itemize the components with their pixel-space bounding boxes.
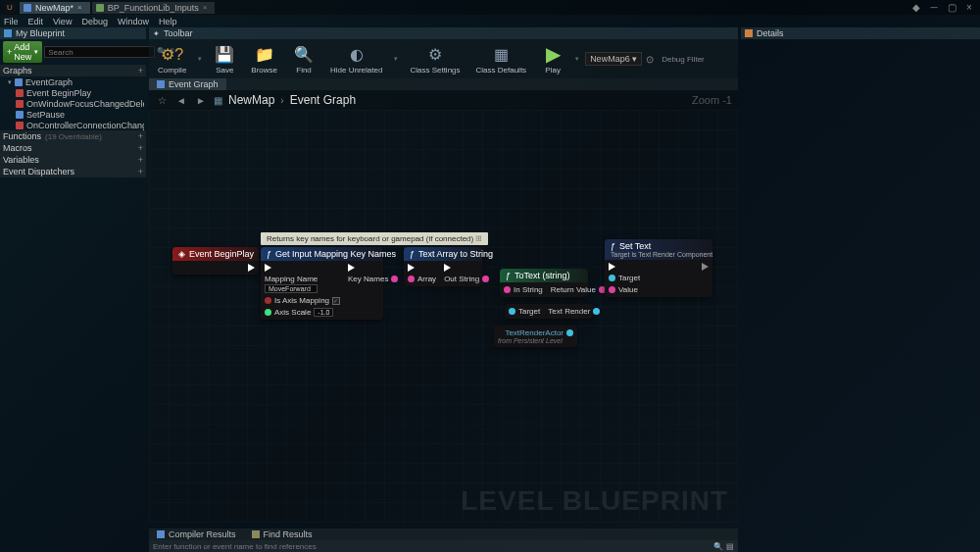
pin-text-render[interactable]: Text Render: [548, 307, 600, 316]
exec-out-pin[interactable]: [348, 264, 398, 272]
locate-icon[interactable]: ⊙: [646, 54, 654, 65]
node-totext[interactable]: ƒToText (string) In String Return Value: [500, 269, 588, 297]
tree-item-windowfocus[interactable]: OnWindowFocusChangedDelegate_Event: [2, 98, 144, 109]
hide-icon: ◐: [346, 43, 368, 65]
exec-out-pin[interactable]: [248, 264, 255, 272]
pin-value[interactable]: Value: [609, 285, 640, 294]
breadcrumb: ☆ ◄ ► ▦ NewMap › Event Graph Zoom -1: [149, 90, 738, 110]
exec-in-pin[interactable]: [609, 263, 640, 271]
exec-out-pin[interactable]: [702, 263, 709, 271]
forward-icon[interactable]: ►: [194, 93, 208, 107]
class-defaults-button[interactable]: ▦Class Defaults: [470, 39, 533, 78]
chevron-down-icon[interactable]: ▾: [392, 39, 400, 78]
save-button[interactable]: 💾Save: [208, 39, 241, 78]
find-search-input[interactable]: [153, 542, 713, 551]
add-new-label: Add New: [14, 42, 31, 62]
tree-item-beginplay[interactable]: Event BeginPlay: [2, 87, 144, 98]
tree-item-setpause[interactable]: SetPause: [2, 109, 144, 120]
exec-in-pin[interactable]: [265, 264, 340, 272]
close-icon[interactable]: ×: [203, 3, 208, 12]
add-new-button[interactable]: Add New ▾: [3, 41, 42, 63]
blueprint-search-input[interactable]: [44, 46, 155, 58]
node-textrenderactor[interactable]: TextRenderActor from Persistent Level: [494, 326, 577, 347]
pin-target[interactable]: Target: [609, 274, 640, 282]
pin-label: Target: [618, 274, 640, 282]
class-settings-button[interactable]: ⚙Class Settings: [404, 39, 466, 78]
chevron-down-icon[interactable]: ▾: [196, 39, 204, 78]
node-set-text[interactable]: ƒSet Text Target is Text Render Componen…: [605, 239, 712, 297]
menu-help[interactable]: Help: [159, 17, 177, 26]
crumb-graph[interactable]: Event Graph: [290, 93, 356, 107]
menu-window[interactable]: Window: [118, 17, 149, 26]
checkbox[interactable]: [332, 297, 340, 305]
section-functions[interactable]: Functions(19 Overridable) +: [0, 130, 146, 142]
menu-file[interactable]: File: [4, 17, 19, 26]
pin-axis-scale[interactable]: Axis Scale-1.0: [265, 308, 340, 317]
pin-array-in[interactable]: Array: [408, 275, 436, 283]
exec-out-pin[interactable]: [444, 264, 489, 272]
filter-icon[interactable]: ▤: [726, 542, 734, 551]
pin-in-string[interactable]: In String: [504, 285, 543, 294]
find-button[interactable]: 🔍Find: [287, 39, 320, 78]
section-graphs[interactable]: Graphs +: [0, 65, 146, 76]
add-graph-icon[interactable]: +: [138, 66, 143, 75]
section-macros[interactable]: Macros +: [0, 142, 146, 154]
pin-mapping-name[interactable]: Mapping Name MoveForward: [265, 275, 340, 293]
pin-return-value[interactable]: Return Value: [551, 285, 606, 294]
pin-key-names[interactable]: Key Names: [348, 275, 398, 283]
pin-is-axis[interactable]: Is Axis Mapping: [265, 296, 340, 305]
add-macro-icon[interactable]: +: [138, 143, 143, 153]
maximize-icon[interactable]: ▢: [945, 2, 958, 13]
tab-label: Find Results: [264, 529, 313, 539]
play-button[interactable]: ▶Play: [536, 39, 569, 78]
hide-unrelated-button[interactable]: ◐Hide Unrelated: [324, 39, 388, 78]
tab-find-results[interactable]: Find Results: [244, 528, 320, 540]
section-dispatchers[interactable]: Event Dispatchers +: [0, 166, 146, 177]
node-title: Text Array to String: [418, 249, 493, 259]
graphs-tree: ▾ EventGraph Event BeginPlay OnWindowFoc…: [0, 76, 146, 130]
section-variables[interactable]: Variables +: [0, 154, 146, 166]
pin-value[interactable]: MoveForward: [265, 284, 318, 293]
node-title: ToText (string): [514, 271, 570, 280]
graph-canvas[interactable]: Returns key names for keyboard or gamepa…: [149, 110, 738, 523]
browse-button[interactable]: 📁Browse: [245, 39, 283, 78]
compile-button[interactable]: ⚙?Compile: [152, 39, 192, 78]
close-icon[interactable]: ×: [77, 3, 82, 12]
pin-target[interactable]: Target: [509, 307, 540, 316]
close-window-icon[interactable]: ×: [962, 2, 976, 13]
pin-value[interactable]: -1.0: [314, 308, 333, 317]
btn-label: Browse: [251, 66, 277, 75]
add-variable-icon[interactable]: +: [138, 155, 143, 165]
pin-actor-ref[interactable]: TextRenderActor: [498, 328, 573, 337]
tab-compiler-results[interactable]: Compiler Results: [149, 528, 244, 540]
add-function-icon[interactable]: +: [138, 131, 143, 141]
node-get-input-mapping[interactable]: ƒGet Input Mapping Key Names Mapping Nam…: [261, 247, 383, 320]
chevron-down-icon[interactable]: ▾: [573, 39, 581, 78]
node-text-array-to-string[interactable]: ƒText Array to String Array Out String: [404, 247, 482, 286]
debug-target-select[interactable]: NewMap6 ▾: [585, 52, 642, 66]
node-title: Set Text: [619, 241, 651, 251]
crumb-map[interactable]: NewMap: [228, 93, 274, 107]
tree-item-controllerconn[interactable]: OnControllerConnectionChangedDelegate: [2, 120, 144, 130]
find-icon: [252, 530, 260, 538]
notify-icon[interactable]: ◆: [909, 2, 923, 13]
title-tab-functionlib[interactable]: BP_FunctionLib_Inputs ×: [92, 2, 216, 14]
menu-debug[interactable]: Debug: [81, 17, 108, 26]
tree-item-eventgraph[interactable]: ▾ EventGraph: [2, 76, 144, 87]
minimize-icon[interactable]: ─: [927, 2, 941, 13]
menu-edit[interactable]: Edit: [28, 17, 44, 26]
node-subtitle: from Persistent Level: [498, 337, 573, 344]
favorite-icon[interactable]: ☆: [155, 93, 169, 107]
menu-view[interactable]: View: [53, 17, 72, 26]
node-event-beginplay[interactable]: ◈Event BeginPlay: [172, 247, 259, 275]
add-dispatcher-icon[interactable]: +: [138, 167, 143, 176]
exec-in-pin[interactable]: [408, 264, 436, 272]
search-icon[interactable]: 🔍: [713, 542, 723, 551]
back-icon[interactable]: ◄: [174, 93, 188, 107]
pin-out-string[interactable]: Out String: [444, 275, 489, 283]
node-text-render[interactable]: Target Text Render: [505, 304, 593, 319]
exec-icon: [609, 263, 615, 271]
title-tab-newmap[interactable]: NewMap* ×: [20, 2, 90, 14]
tab-event-graph[interactable]: Event Graph: [149, 78, 226, 90]
graph-grid-icon[interactable]: ▦: [214, 95, 222, 106]
